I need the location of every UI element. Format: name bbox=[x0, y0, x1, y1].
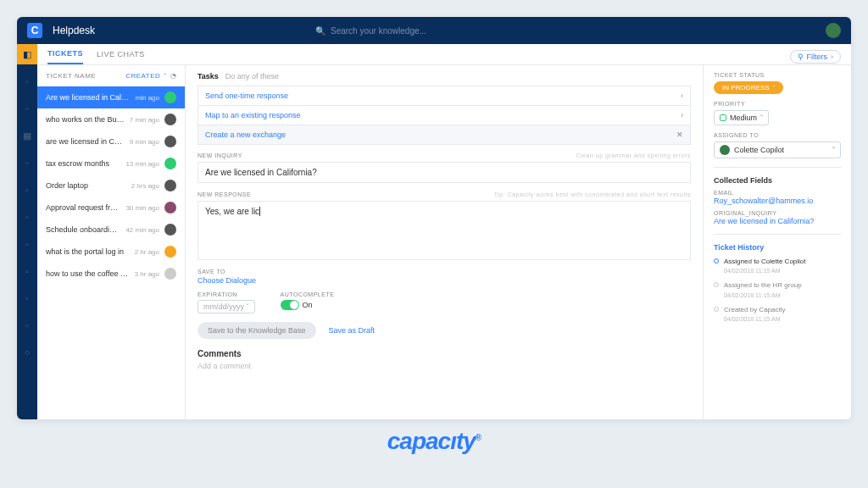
col-created: CREATED bbox=[125, 72, 160, 80]
app-window: C Helpdesk 🔍 Search your knowledge... ◧ … bbox=[17, 17, 851, 419]
history-text: Created by Capacity bbox=[724, 306, 785, 313]
chevron-right-icon: › bbox=[681, 111, 683, 119]
ticket-time: 9 min ago bbox=[130, 138, 159, 146]
filters-label: Filters bbox=[807, 53, 828, 61]
response-hint: Tip: Capacity works best with concentrat… bbox=[494, 191, 691, 197]
priority-value: Medium bbox=[730, 114, 757, 122]
history-text: Assigned to Colette Copilot bbox=[724, 258, 806, 265]
task-send-response[interactable]: Send one-time response › bbox=[198, 86, 691, 106]
sidebar-item-tree[interactable]: ◦ bbox=[17, 207, 37, 227]
status-value: IN PROGRESS bbox=[722, 84, 770, 92]
ticket-avatar bbox=[164, 246, 176, 258]
ticket-title: tax escrow months bbox=[46, 159, 120, 168]
ticket-row[interactable]: tax escrow months13 min ago bbox=[37, 152, 185, 175]
main: ◧ ◦ ◦ ▦ ◦ ◦ ◦ ◦ ◦ ◦ ◦ ○ TICKETS LIVE CHA… bbox=[17, 44, 851, 419]
inquiry-input[interactable]: Are we licensed in California? bbox=[198, 162, 691, 183]
ticket-title: Schedule onboarding trainin... bbox=[46, 225, 120, 234]
ticket-row[interactable]: are we licensed in California?9 min ago bbox=[37, 130, 185, 152]
comments-heading: Comments bbox=[198, 349, 691, 358]
task-label: Map to an existing response bbox=[205, 111, 301, 119]
assignee-name: Colette Copilot bbox=[734, 146, 784, 154]
ticket-avatar bbox=[164, 136, 176, 147]
close-icon[interactable]: ✕ bbox=[676, 130, 683, 139]
ticket-row[interactable]: who works on the Busch proj...7 min ago bbox=[37, 108, 185, 130]
expiration-input[interactable]: mm/dd/yyyy ˇ bbox=[198, 300, 255, 313]
filter-icon: ⚲ bbox=[798, 53, 804, 61]
history-dot-icon bbox=[714, 258, 719, 263]
response-label: NEW RESPONSE bbox=[198, 191, 251, 197]
ticket-row[interactable]: what is the portal log in2 hr ago bbox=[37, 241, 185, 263]
tab-tickets[interactable]: TICKETS bbox=[47, 49, 83, 64]
comment-input[interactable]: Add a comment bbox=[198, 362, 691, 370]
task-label: Send one-time response bbox=[205, 92, 288, 100]
sidebar-item-people[interactable]: ◦ bbox=[17, 152, 37, 173]
cf-email-value[interactable]: Roy_schowalter@hammes.io bbox=[714, 197, 841, 205]
history-heading: Ticket History bbox=[714, 243, 841, 252]
cf-inquiry-value[interactable]: Are we licensed in California? bbox=[714, 217, 841, 225]
ticket-avatar bbox=[164, 202, 176, 214]
status-label: TICKET STATUS bbox=[714, 72, 841, 78]
choose-dialogue-link[interactable]: Choose Dialogue bbox=[198, 276, 691, 285]
priority-label: PRIORITY bbox=[714, 101, 841, 107]
sort-created[interactable]: CREATED ˇ ◔ bbox=[125, 72, 176, 80]
tasks-hint: Do any of these bbox=[225, 72, 279, 80]
autocomplete-toggle[interactable] bbox=[281, 300, 299, 310]
ticket-list-header: TICKET NAME CREATED ˇ ◔ bbox=[37, 65, 185, 86]
assigned-label: ASSIGNED TO bbox=[714, 132, 841, 138]
sidebar-item-chat[interactable]: ◦ bbox=[17, 98, 37, 119]
save-draft-button[interactable]: Save as Draft bbox=[325, 322, 380, 339]
task-label: Create a new exchange bbox=[205, 130, 286, 139]
sidebar-item-db[interactable]: ◦ bbox=[17, 180, 37, 200]
response-input[interactable]: Yes, we are lic bbox=[198, 201, 691, 260]
ticket-avatar bbox=[164, 114, 176, 125]
priority-icon bbox=[720, 114, 726, 121]
ticket-time: 13 min ago bbox=[125, 160, 159, 168]
assignee-avatar bbox=[720, 145, 730, 155]
sidebar-item-settings[interactable]: ◦ bbox=[17, 234, 37, 254]
tabs: TICKETS LIVE CHATS ⚲ Filters › bbox=[37, 44, 851, 65]
tab-live-chats[interactable]: LIVE CHATS bbox=[97, 50, 145, 64]
ticket-row[interactable]: Order laptop2 hrs ago bbox=[37, 175, 185, 197]
chevron-right-icon: › bbox=[831, 53, 833, 61]
priority-select[interactable]: Medium ˇ bbox=[714, 110, 769, 125]
history-date: 04/02/2018 11:15 AM bbox=[724, 316, 781, 322]
ticket-row[interactable]: Schedule onboarding trainin...42 min ago bbox=[37, 219, 185, 241]
ticket-row[interactable]: Approval request from Tracy...30 min ago bbox=[37, 197, 185, 219]
cf-email-label: EMAIL bbox=[714, 190, 841, 196]
ticket-title: Are we licensed in California? bbox=[46, 93, 131, 102]
chevron-right-icon: › bbox=[681, 92, 683, 100]
avatar[interactable] bbox=[826, 23, 841, 38]
sidebar-item-apps[interactable]: ▦ bbox=[17, 125, 37, 146]
task-create-exchange[interactable]: Create a new exchange ✕ bbox=[198, 125, 691, 145]
ticket-title: what is the portal log in bbox=[46, 247, 130, 256]
task-map-response[interactable]: Map to an existing response › bbox=[198, 105, 691, 125]
sidebar: ◧ ◦ ◦ ▦ ◦ ◦ ◦ ◦ ◦ ◦ ◦ ○ bbox=[17, 44, 37, 419]
search-input[interactable]: 🔍 Search your knowledge... bbox=[315, 26, 553, 36]
chevron-down-icon: ˇ bbox=[164, 72, 166, 80]
sidebar-item-analytics[interactable]: ◦ bbox=[17, 315, 37, 336]
response-text: Yes, we are lic bbox=[205, 207, 259, 216]
ticket-time: 2 hr ago bbox=[135, 248, 159, 256]
ticket-time: min ago bbox=[136, 94, 159, 102]
tasks-label: Tasks bbox=[198, 72, 219, 80]
assigned-select[interactable]: Colette Copilot ˇ bbox=[714, 141, 841, 158]
sidebar-item-help[interactable]: ○ bbox=[17, 342, 37, 363]
save-kb-button[interactable]: Save to the Knowledge Base bbox=[198, 322, 316, 339]
history-item: Created by Capacity04/02/2018 11:15 AM bbox=[714, 305, 841, 324]
ticket-row[interactable]: how to use the coffee maker3 hr ago bbox=[37, 263, 185, 285]
ticket-detail: Tasks Do any of these Send one-time resp… bbox=[186, 65, 703, 419]
ticket-avatar bbox=[164, 158, 176, 169]
filters-button[interactable]: ⚲ Filters › bbox=[790, 50, 842, 64]
topbar: C Helpdesk 🔍 Search your knowledge... bbox=[17, 17, 851, 44]
sidebar-item-inbox[interactable]: ◧ bbox=[17, 44, 37, 64]
ticket-row[interactable]: Are we licensed in California?min ago bbox=[37, 86, 185, 108]
status-badge[interactable]: IN PROGRESS ˇ bbox=[714, 81, 783, 94]
ticket-avatar bbox=[164, 92, 176, 103]
sidebar-item-idea[interactable]: ◦ bbox=[17, 71, 37, 92]
sidebar-item-flow[interactable]: ◦ bbox=[17, 261, 37, 281]
ticket-avatar bbox=[164, 180, 176, 191]
ticket-time: 3 hr ago bbox=[135, 270, 159, 278]
sidebar-item-history[interactable]: ◦ bbox=[17, 288, 37, 308]
ticket-time: 42 min ago bbox=[125, 226, 159, 234]
history-dot-icon bbox=[714, 307, 719, 312]
